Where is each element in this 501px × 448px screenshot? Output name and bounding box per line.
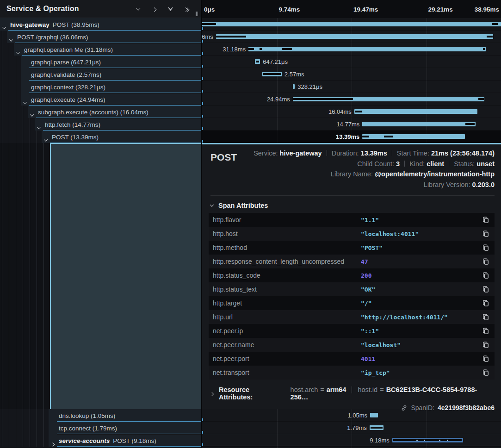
tree-row[interactable]: service-accountsPOST (9.18ms): [0, 434, 201, 447]
tree-row[interactable]: subgraph.execute (accounts) (16.04ms): [0, 106, 201, 118]
span-bar[interactable]: [362, 122, 476, 126]
operation-name: POST (13.39ms): [52, 133, 99, 140]
expand-one-icon[interactable]: [150, 5, 158, 12]
bar-duration-label: 647.21μs: [263, 58, 288, 65]
operation-name: POST /graphql (36.06ms): [17, 33, 88, 40]
copy-icon[interactable]: [482, 271, 490, 280]
tree-row-label: graphql.execute (24.94ms): [31, 96, 105, 103]
attribute-row: http.method"POST": [209, 241, 495, 255]
bar-child-mark: [465, 123, 475, 125]
timeline-row[interactable]: 647.21μs: [202, 56, 501, 68]
tree-row-label: graphql.validate (2.57ms): [31, 71, 101, 78]
bar-child-mark: [483, 48, 486, 50]
timeline-row[interactable]: 38.95ms: [202, 18, 501, 31]
operation-name: graphql.operation Me (31.18ms): [24, 46, 113, 53]
copy-icon[interactable]: [482, 299, 490, 307]
tree-row[interactable]: graphql.context (328.21μs): [0, 81, 201, 93]
resource-attributes-title: Resource Attributes:: [219, 386, 285, 401]
indent-guides: [0, 56, 21, 68]
bar-duration-label: 24.94ms: [267, 96, 290, 103]
row-underline: [57, 446, 201, 447]
timeline-row[interactable]: 16.04ms: [202, 106, 501, 118]
span-detail-panel: POST Service: hive-gatewayDuration: 13.3…: [202, 143, 501, 409]
copy-icon[interactable]: [482, 216, 490, 224]
bar-child-mark: [263, 73, 281, 75]
tree-row-label: graphql.parse (647.21μs): [31, 58, 101, 65]
indent-guides: [0, 31, 7, 43]
attribute-row: net.peer.ip"::1": [209, 324, 495, 338]
copy-icon[interactable]: [482, 230, 490, 238]
copy-icon[interactable]: [482, 257, 490, 266]
tree-row-label: tcp.connect (1.79ms): [59, 424, 117, 431]
timeline-row[interactable]: 14.77ms: [202, 118, 501, 131]
operation-name: POST (9.18ms): [113, 437, 156, 444]
bar-duration-label: 328.21μs: [297, 83, 322, 90]
timeline-row[interactable]: 24.94ms: [202, 93, 501, 106]
tree-row-label: graphql.context (328.21μs): [31, 83, 105, 90]
expand-all-icon[interactable]: [183, 5, 190, 12]
tree-row[interactable]: graphql.execute (24.94ms): [0, 93, 201, 106]
tree-row[interactable]: POST (13.39ms): [0, 131, 201, 143]
span-bar[interactable]: [370, 413, 378, 417]
tree-row[interactable]: tcp.connect (1.79ms): [0, 422, 201, 434]
copy-icon[interactable]: [482, 285, 490, 293]
chevron-right-icon[interactable]: [51, 439, 54, 447]
divider: [327, 150, 327, 156]
attribute-value: "localhost:4011": [361, 230, 482, 237]
indent-guides: [0, 93, 21, 106]
bar-duration-label: 1.79ms: [347, 424, 367, 431]
bar-child-mark: [384, 136, 393, 137]
timeline-row[interactable]: 9.18ms: [202, 434, 501, 447]
tree-row[interactable]: graphql.parse (647.21μs): [0, 56, 201, 68]
collapse-all-icon[interactable]: [167, 5, 174, 12]
bar-dot-mark: [424, 440, 425, 441]
chevron-down-icon[interactable]: [24, 98, 26, 106]
resource-attributes-row[interactable]: Resource Attributes: host.arch=arm64host…: [210, 386, 495, 401]
equals-sign: =: [320, 386, 324, 393]
span-bar[interactable]: [216, 34, 493, 39]
tree-row[interactable]: hive-gatewayPOST (38.95ms): [0, 18, 201, 31]
timeline-row[interactable]: 2.57ms: [202, 68, 501, 81]
span-bar[interactable]: [354, 109, 477, 114]
attribute-row: net.peer.port4011: [209, 352, 495, 366]
timeline-rows-top: 38.95ms36.06ms31.18ms647.21μs2.57ms328.2…: [202, 18, 501, 143]
copy-icon[interactable]: [482, 327, 490, 335]
chevron-down-icon[interactable]: [44, 135, 47, 143]
collapse-one-icon[interactable]: [134, 5, 142, 12]
span-bar[interactable]: [202, 22, 501, 26]
bar-child-mark: [256, 61, 260, 62]
link-icon[interactable]: [401, 404, 408, 411]
chevron-down-icon[interactable]: [10, 35, 12, 44]
tree-row[interactable]: graphql.operation Me (31.18ms): [0, 43, 201, 56]
copy-icon[interactable]: [482, 355, 490, 363]
tree-row-label: http.fetch (14.77ms): [45, 121, 100, 128]
chevron-down-icon[interactable]: [3, 23, 6, 31]
span-bar[interactable]: [293, 84, 295, 89]
timeline-row[interactable]: 328.21μs: [202, 81, 501, 93]
indent-guides: [0, 81, 21, 93]
column-resize-grip[interactable]: [196, 12, 198, 16]
attribute-key: http.target: [213, 299, 361, 307]
timeline-row[interactable]: 1.79ms: [202, 422, 501, 434]
chevron-down-icon[interactable]: [31, 110, 33, 118]
timeline-row[interactable]: 31.18ms: [202, 43, 501, 56]
divider: [404, 161, 405, 167]
span-attributes-header[interactable]: Span Attributes: [210, 202, 495, 209]
copy-icon[interactable]: [482, 341, 490, 349]
timeline-row[interactable]: 13.39ms: [202, 131, 501, 143]
chevron-down-icon[interactable]: [37, 123, 40, 131]
copy-icon[interactable]: [482, 243, 490, 252]
tree-row[interactable]: POST /graphql (36.06ms): [0, 31, 201, 43]
copy-icon[interactable]: [482, 313, 490, 321]
timeline-row[interactable]: 36.06ms: [202, 31, 501, 43]
tree-row[interactable]: http.fetch (14.77ms): [0, 118, 201, 131]
timeline-panel: 0μs9.74ms19.47ms29.21ms38.95ms 38.95ms36…: [202, 0, 501, 448]
tree-row-label: dns.lookup (1.05ms): [59, 412, 115, 419]
tree-row[interactable]: dns.lookup (1.05ms): [0, 409, 201, 422]
row-edge-tick: [202, 90, 203, 93]
tree-row[interactable]: graphql.validate (2.57ms): [0, 68, 201, 81]
chevron-down-icon[interactable]: [17, 48, 19, 56]
panel-splitter[interactable]: [201, 0, 202, 448]
copy-icon[interactable]: [482, 368, 490, 377]
span-bar[interactable]: [362, 134, 465, 139]
